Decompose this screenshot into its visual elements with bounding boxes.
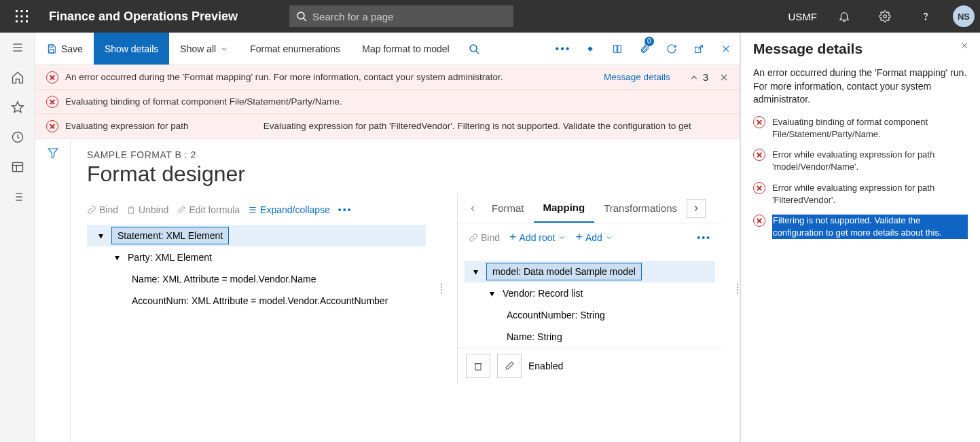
mapping-toolbar: Bind +Add root +Add ••• xyxy=(458,223,722,251)
tab-format[interactable]: Format xyxy=(482,194,534,223)
message-details-link[interactable]: Message details xyxy=(604,72,670,82)
company-label[interactable]: USMF xyxy=(788,11,818,22)
star-icon[interactable] xyxy=(11,100,24,114)
svg-rect-27 xyxy=(50,45,53,47)
refresh-icon[interactable] xyxy=(658,33,685,65)
svg-point-9 xyxy=(297,12,304,19)
tree-row[interactable]: Name: XML Attribute = model.Vendor.Name xyxy=(87,268,426,290)
tree-row[interactable]: ▾ model: Data model Sample model xyxy=(465,261,715,282)
bind-button[interactable]: Bind xyxy=(87,204,118,215)
show-all-button[interactable]: Show all xyxy=(169,33,239,65)
svg-point-29 xyxy=(470,45,477,52)
panel-row: Evaluating binding of format component F… xyxy=(753,116,968,141)
tree-row[interactable]: ▾ Vendor: Record list xyxy=(465,282,715,304)
message-count: 3 xyxy=(703,71,708,83)
map-model-button[interactable]: Map format to model xyxy=(351,33,460,65)
format-enum-button[interactable]: Format enumerations xyxy=(239,33,351,65)
tab-prev-icon[interactable] xyxy=(463,199,482,218)
bell-icon[interactable] xyxy=(831,0,858,33)
splitter-right[interactable] xyxy=(736,194,740,384)
popout-icon[interactable] xyxy=(685,33,712,65)
error-icon xyxy=(46,96,58,108)
more-format-icon[interactable]: ••• xyxy=(338,204,352,215)
error-icon xyxy=(753,116,765,128)
page-title: Format designer xyxy=(87,162,740,187)
message-bar-1: An error occurred during the 'Format map… xyxy=(35,65,740,90)
unbind-button[interactable]: Unbind xyxy=(126,204,168,215)
svg-line-10 xyxy=(304,18,306,21)
collapse-icon[interactable] xyxy=(689,73,699,82)
show-details-button[interactable]: Show details xyxy=(94,33,169,65)
delete-button[interactable] xyxy=(466,354,490,378)
tab-mapping[interactable]: Mapping xyxy=(534,194,595,223)
menu-icon[interactable] xyxy=(11,41,24,54)
error-icon xyxy=(753,149,765,161)
search-box[interactable]: Search for a page xyxy=(289,5,513,27)
close-messages-icon[interactable] xyxy=(719,73,729,82)
home-icon[interactable] xyxy=(11,71,24,84)
workspace-icon[interactable] xyxy=(11,160,24,174)
tab-transformations[interactable]: Transformations xyxy=(594,194,687,223)
svg-rect-0 xyxy=(16,10,18,12)
more-icon[interactable]: ••• xyxy=(549,33,577,65)
avatar[interactable]: NS xyxy=(953,5,975,27)
filter-icon[interactable] xyxy=(47,147,59,159)
message-bar-3: Evaluating expression for path Evaluatin… xyxy=(35,114,740,139)
panel-row: Error while evaluating expression for pa… xyxy=(753,149,968,173)
edit-button[interactable] xyxy=(497,354,522,378)
attach-icon[interactable]: 0 xyxy=(631,33,658,65)
actionbar: Save Show details Show all Format enumer… xyxy=(35,33,740,65)
svg-rect-31 xyxy=(587,46,593,52)
svg-rect-7 xyxy=(21,20,23,22)
close-page-icon[interactable] xyxy=(712,33,740,65)
svg-rect-5 xyxy=(26,16,28,18)
add-root-button[interactable]: +Add root xyxy=(509,230,566,244)
enabled-label: Enabled xyxy=(528,361,563,371)
svg-rect-38 xyxy=(129,208,134,213)
chevron-down-icon xyxy=(558,234,566,242)
message-details-panel: Message details An error occurred during… xyxy=(740,33,980,442)
clock-icon[interactable] xyxy=(11,130,24,144)
error-icon xyxy=(753,182,765,194)
tree-row[interactable]: AccountNumber: String xyxy=(465,304,715,326)
breadcrumb: SAMPLE FORMAT B : 2 xyxy=(87,149,740,160)
waffle-icon[interactable] xyxy=(5,0,38,33)
edit-formula-button[interactable]: Edit formula xyxy=(177,204,240,215)
gear-icon[interactable] xyxy=(871,0,899,33)
diamond-icon[interactable] xyxy=(577,33,604,65)
expand-collapse-button[interactable]: Expand/collapse xyxy=(248,204,330,215)
help-icon[interactable] xyxy=(912,0,939,33)
search-placeholder: Search for a page xyxy=(312,11,393,22)
svg-point-12 xyxy=(925,19,926,20)
svg-rect-2 xyxy=(26,10,28,12)
designer-pane: SAMPLE FORMAT B : 2 Format designer Bind… xyxy=(71,139,740,442)
format-toolbar: Bind Unbind Edit formula Expand/collapse… xyxy=(87,204,426,215)
map-bind-button[interactable]: Bind xyxy=(469,232,500,243)
tree-row[interactable]: ▾ Party: XML Element xyxy=(87,246,426,268)
svg-marker-16 xyxy=(12,102,23,113)
content-area: Save Show details Show all Format enumer… xyxy=(35,33,740,442)
search-action-icon[interactable] xyxy=(460,33,488,65)
svg-rect-4 xyxy=(21,16,23,18)
close-panel-icon[interactable] xyxy=(960,41,969,50)
svg-line-30 xyxy=(476,51,479,54)
left-gutter xyxy=(35,139,71,442)
error-icon xyxy=(753,215,765,227)
tree-row[interactable]: Name: String xyxy=(465,326,715,348)
map-more-icon[interactable]: ••• xyxy=(697,232,711,243)
panel-title: Message details xyxy=(753,41,968,57)
message-bar-2: Evaluating binding of format component F… xyxy=(35,90,740,114)
mapping-pane: Format Mapping Transformations Bind +Add… xyxy=(457,194,722,384)
svg-rect-28 xyxy=(50,49,53,52)
add-button[interactable]: +Add xyxy=(575,230,613,244)
book-icon[interactable] xyxy=(604,33,631,65)
tab-next-icon[interactable] xyxy=(687,199,706,218)
app-title: Finance and Operations Preview xyxy=(38,10,249,24)
svg-rect-44 xyxy=(475,364,481,370)
badge: 0 xyxy=(645,37,654,46)
splitter[interactable] xyxy=(439,194,443,384)
save-button[interactable]: Save xyxy=(35,33,94,65)
tree-row[interactable]: AccountNum: XML Attribute = model.Vendor… xyxy=(87,290,426,312)
modules-icon[interactable] xyxy=(11,190,24,204)
tree-row[interactable]: ▾ Statement: XML Element xyxy=(87,225,426,246)
